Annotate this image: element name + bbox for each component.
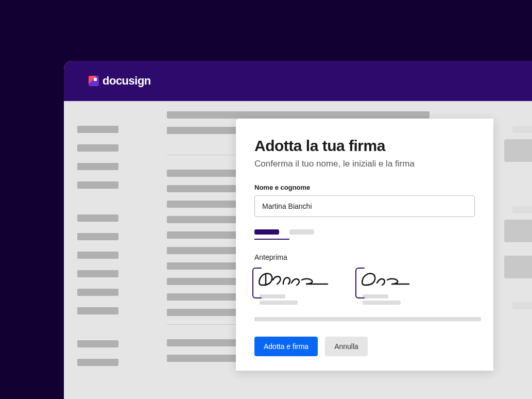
placeholder-line	[77, 340, 118, 347]
modal-title: Adotta la tua firma	[254, 137, 475, 155]
app-window: docusign	[64, 61, 532, 399]
placeholder-box	[512, 126, 532, 133]
tab-style-inactive[interactable]	[289, 229, 314, 235]
bracket-decoration	[252, 268, 262, 298]
placeholder-line	[77, 233, 118, 240]
placeholder-line	[77, 144, 118, 152]
brand-name: docusign	[102, 74, 151, 88]
placeholder-line	[77, 359, 118, 366]
full-name-input[interactable]	[254, 195, 475, 217]
header-bar: docusign	[64, 61, 532, 101]
placeholder-line	[260, 301, 298, 305]
bracket-decoration	[355, 268, 365, 298]
placeholder-line	[77, 307, 118, 314]
modal-subtitle: Conferma il tuo nome, le iniziali e la f…	[254, 159, 475, 169]
preview-label: Anteprima	[254, 253, 475, 261]
adopt-and-sign-button[interactable]: Adotta e firma	[254, 337, 318, 356]
placeholder-box	[504, 256, 532, 278]
placeholder-box	[512, 206, 532, 213]
tab-style-active[interactable]	[254, 229, 279, 235]
cancel-button[interactable]: Annulla	[325, 337, 368, 356]
placeholder-line	[77, 252, 118, 259]
initials-icon	[357, 269, 419, 291]
left-column	[64, 101, 167, 377]
placeholder-line	[363, 301, 401, 305]
signature-icon	[254, 269, 335, 291]
placeholder-line	[254, 317, 481, 321]
placeholder-box	[512, 302, 532, 309]
placeholder-line	[77, 214, 118, 222]
placeholder-box	[504, 139, 532, 162]
signature-style-tabs	[254, 229, 475, 235]
tab-underline	[254, 239, 289, 240]
signature-previews	[254, 269, 475, 305]
placeholder-box	[504, 220, 532, 242]
modal-actions: Adotta e firma Annulla	[254, 337, 475, 356]
placeholder-line	[260, 294, 285, 298]
docusign-icon	[89, 76, 99, 86]
placeholder-line	[77, 270, 118, 277]
content-area: Adotta la tua firma Conferma il tuo nome…	[64, 101, 532, 399]
brand-logo: docusign	[89, 74, 151, 88]
right-column	[504, 126, 532, 315]
placeholder-line	[77, 181, 118, 189]
signature-preview	[254, 269, 335, 305]
adopt-signature-modal: Adotta la tua firma Conferma il tuo nome…	[236, 119, 493, 371]
placeholder-line	[77, 126, 118, 133]
placeholder-line	[77, 289, 118, 296]
placeholder-line	[77, 163, 118, 170]
placeholder-line	[363, 294, 388, 298]
placeholder-line	[167, 111, 430, 119]
name-field-label: Nome e cognome	[254, 184, 475, 191]
initials-preview	[357, 269, 419, 305]
